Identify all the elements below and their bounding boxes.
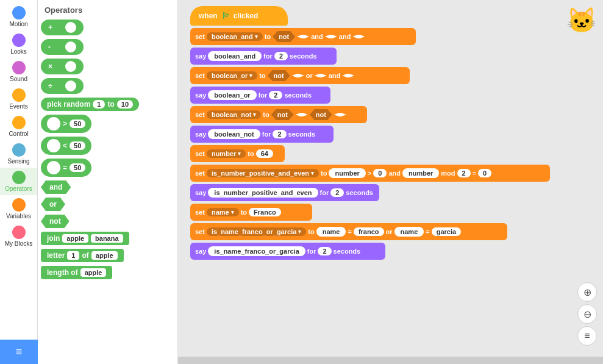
lt-block[interactable]: < 50 <box>41 137 91 155</box>
boolean-or-dropdown[interactable]: boolean_or <box>207 71 257 80</box>
say-bor-duration[interactable]: 2 <box>269 91 282 99</box>
sidebar-label-sound: Sound <box>10 76 27 82</box>
eq-block[interactable]: = 50 <box>41 159 91 177</box>
to-label-6: to <box>241 209 247 216</box>
sidebar-item-sensing[interactable]: Sensing <box>0 140 37 168</box>
gt-block[interactable]: > 50 <box>41 115 91 133</box>
lt-left <box>47 139 60 152</box>
mod-label: mod <box>441 170 455 177</box>
join-b[interactable]: banana <box>91 234 123 243</box>
num-oval-1: number <box>329 168 365 178</box>
when-label: when <box>199 12 218 20</box>
and-hex-2 <box>325 35 337 38</box>
set-boolean-not-block[interactable]: set boolean_not to not not <box>190 106 367 123</box>
minus-icon: - <box>48 43 51 51</box>
sidebar-item-variables[interactable]: Variables <box>0 195 37 223</box>
name-val[interactable]: Franco <box>249 208 281 216</box>
number-dropdown[interactable]: number <box>207 149 246 158</box>
set-boolean-or-block[interactable]: set boolean_or to not or and <box>190 67 410 84</box>
for-label-5: for <box>307 248 316 255</box>
say-boolean-or-block[interactable]: say boolean_or for 2 seconds <box>190 87 330 104</box>
length-val[interactable]: apple <box>80 268 107 277</box>
sidebar-item-control[interactable]: Control <box>0 113 37 140</box>
zoom-in-button[interactable]: ⊕ <box>577 282 597 302</box>
eq-val-0[interactable]: 0 <box>478 169 491 177</box>
zoom-out-button[interactable]: ⊖ <box>577 304 597 324</box>
boolean-and-dropdown[interactable]: boolean_and <box>207 32 263 41</box>
gt-right[interactable]: 50 <box>70 120 85 128</box>
sidebar-item-motion[interactable]: Motion <box>0 3 37 30</box>
sidebar-label-sensing: Sensing <box>7 158 29 165</box>
pick-random-to[interactable]: 10 <box>117 100 133 109</box>
say-label-5: say <box>195 248 206 255</box>
lt-symbol: < <box>63 141 67 150</box>
join-block[interactable]: join apple banana <box>41 232 129 245</box>
block-row-minus: - <box>41 39 174 55</box>
not-hex-2: not <box>268 70 290 81</box>
not-hex-5: not <box>310 109 332 120</box>
say-ba-duration[interactable]: 2 <box>274 52 288 60</box>
set-boolean-and-block[interactable]: set boolean_and to not and and <box>190 28 416 45</box>
for-label-4: for <box>320 189 329 196</box>
sidebar-item-looks[interactable]: Looks <box>0 30 37 58</box>
and-hex-3 <box>352 35 365 38</box>
say-name-franco-block[interactable]: say is_name_franco_or_garcia for 2 secon… <box>190 243 385 260</box>
name-dropdown[interactable]: name <box>207 208 239 216</box>
set-number-even-block[interactable]: set is_number_positive_and_even to numbe… <box>190 165 550 182</box>
sidebar-item-events[interactable]: Events <box>0 85 37 113</box>
eq-right[interactable]: 50 <box>70 163 85 172</box>
set-name-block[interactable]: set name to Franco <box>190 204 312 221</box>
say-label-4: say <box>195 189 206 196</box>
gt-symbol: > <box>63 120 67 128</box>
or-block[interactable]: or <box>41 198 65 211</box>
not-block[interactable]: not <box>41 215 70 228</box>
boolean-not-dropdown[interactable]: boolean_not <box>207 110 261 119</box>
plus-block[interactable]: + <box>41 20 84 35</box>
and-block[interactable]: and <box>41 180 71 194</box>
join-a[interactable]: apple <box>62 234 88 243</box>
set-label-3: set <box>195 111 205 118</box>
length-block[interactable]: length of apple <box>41 266 112 279</box>
panel-title: Operators <box>41 3 174 20</box>
letter-val[interactable]: apple <box>91 251 118 260</box>
num-val-0[interactable]: 0 <box>373 169 387 177</box>
number-val[interactable]: 64 <box>256 149 273 158</box>
say-boolean-not-val: boolean_not <box>208 129 260 139</box>
sidebar-item-myblocks[interactable]: My Blocks <box>0 223 37 250</box>
sidebar-item-operators[interactable]: Operators <box>0 168 37 195</box>
say-bor-seconds: seconds <box>284 91 312 99</box>
say-bnot-duration[interactable]: 2 <box>273 130 286 138</box>
eq-sym-3: = <box>426 228 429 235</box>
letter-block[interactable]: letter 1 of apple <box>41 249 124 262</box>
name-franco-dropdown[interactable]: is_name_franco_or_garcia <box>207 227 306 236</box>
or-hex-3 <box>342 74 354 77</box>
eq-sym-1: = <box>473 170 476 177</box>
and-hex-1 <box>297 35 309 38</box>
or-hex-2 <box>315 74 327 77</box>
pick-random-from[interactable]: 1 <box>93 100 105 109</box>
say-boolean-not-block[interactable]: say boolean_not for 2 seconds <box>190 126 334 143</box>
say-number-even-block[interactable]: say is_number_positive_and_even for 2 se… <box>190 184 379 201</box>
set-number-block[interactable]: set number to 64 <box>190 145 285 162</box>
set-label-1: set <box>195 33 205 40</box>
letter-n[interactable]: 1 <box>67 251 79 260</box>
lt-right[interactable]: 50 <box>70 141 85 150</box>
when-clicked-block[interactable]: when 🏳 clicked <box>190 6 288 26</box>
say-franco-duration[interactable]: 2 <box>318 247 331 255</box>
number-even-dropdown[interactable]: is_number_positive_and_even <box>207 169 319 177</box>
say-numeven-duration[interactable]: 2 <box>330 188 344 197</box>
set-name-franco-block[interactable]: set is_name_franco_or_garcia to name = f… <box>190 223 507 240</box>
divide-block[interactable]: ÷ <box>41 78 84 94</box>
workspace-scrollbar[interactable] <box>178 357 603 364</box>
sidebar-item-sound[interactable]: Sound <box>0 58 37 85</box>
bottom-tab[interactable]: ≡ <box>0 340 38 364</box>
times-block[interactable]: × <box>41 59 84 74</box>
mod-val-2[interactable]: 2 <box>457 169 471 177</box>
say-boolean-and-block[interactable]: say boolean_and for 2 seconds <box>190 48 337 65</box>
or-label: or <box>49 200 57 209</box>
say-label-3: say <box>195 130 206 138</box>
block-row-lt: < 50 <box>41 137 174 155</box>
pick-random-block[interactable]: pick random 1 to 10 <box>41 98 139 111</box>
zoom-reset-button[interactable]: ≡ <box>577 326 597 346</box>
minus-block[interactable]: - <box>41 39 84 55</box>
